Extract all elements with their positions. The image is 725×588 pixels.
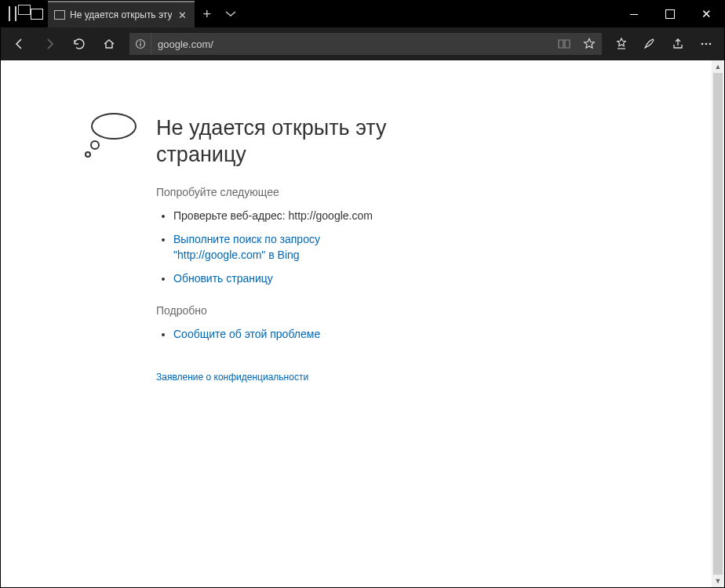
tab-favicon-icon [54,10,65,20]
try-following-label: Попробуйте следующее [156,186,596,198]
window-maximize-button[interactable] [652,1,688,27]
back-button[interactable] [5,30,34,58]
suggestion-refresh-link[interactable]: Обновить страницу [173,272,273,285]
taskbar-icons [1,7,24,21]
window-cascade2-icon [15,7,16,21]
settings-more-icon[interactable] [693,30,720,58]
svg-point-7 [92,114,136,139]
suggestion-check-address: Проверьте веб-адрес: http://google.com [173,208,377,223]
vertical-scrollbar[interactable]: ▲ ▼ [712,60,724,587]
notes-pen-icon[interactable] [636,30,663,58]
navigation-bar: google.com/ [1,27,724,60]
report-problem-link[interactable]: Сообщите об этой проблеме [173,328,320,340]
favorite-star-icon[interactable] [577,38,602,50]
browser-tab[interactable]: Не удается открыть эту ✕ [48,1,195,27]
svg-point-5 [705,43,708,45]
address-bar[interactable]: google.com/ [129,33,602,55]
home-button[interactable] [95,30,123,58]
suggestion-list: Проверьте веб-адрес: http://google.com В… [156,208,596,287]
scrollbar-thumb[interactable] [713,73,723,575]
refresh-button[interactable] [65,30,93,58]
window-cascade-icon [9,7,10,21]
details-label: Подробно [156,304,596,317]
tab-preview-icon[interactable] [31,9,43,20]
url-text: google.com/ [151,38,552,50]
scroll-down-icon[interactable]: ▼ [712,575,724,587]
favorites-list-icon[interactable] [608,30,635,58]
privacy-statement-link[interactable]: Заявление о конфиденциальности [156,372,308,383]
forward-button[interactable] [35,30,64,58]
svg-point-4 [701,43,704,45]
details-list: Сообщите об этой проблеме [156,326,596,342]
scroll-up-icon[interactable]: ▲ [712,60,724,73]
page-content: Не удается открыть эту страницу Попробуй… [1,60,724,587]
scrollbar-track[interactable] [712,73,724,575]
error-heading: Не удается открыть эту страницу [156,115,446,169]
svg-point-2 [140,41,141,42]
tab-title: Не удается открыть эту [70,9,172,20]
reading-view-icon[interactable] [552,38,577,49]
svg-point-8 [91,141,99,149]
share-icon[interactable] [665,30,691,58]
window-minimize-button[interactable] [616,1,652,27]
thought-bubble-icon [81,111,144,165]
new-tab-button[interactable]: + [195,6,219,23]
title-bar: Не удается открыть эту ✕ + ✕ [1,1,724,27]
suggestion-search-bing-link[interactable]: Выполните поиск по запросу "http://googl… [173,233,320,261]
site-info-icon[interactable] [129,33,151,55]
svg-point-9 [86,152,90,157]
window-close-button[interactable]: ✕ [688,1,724,27]
svg-point-6 [709,43,712,45]
tab-close-icon[interactable]: ✕ [177,8,188,23]
tabs-dropdown-icon[interactable] [219,10,242,18]
